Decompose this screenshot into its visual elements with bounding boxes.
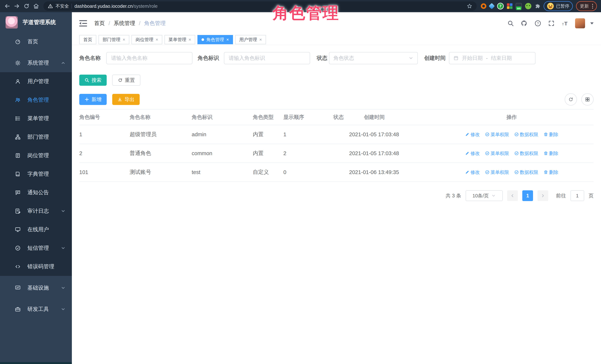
role-name-label: 角色名称 bbox=[79, 54, 101, 62]
delete-link[interactable]: 删除 bbox=[544, 150, 558, 157]
hamburger-icon[interactable] bbox=[79, 20, 87, 27]
filter-form: 角色名称 角色标识 状态 角色状态 创建时间 开始日期 - 结束日期 bbox=[79, 52, 594, 64]
row-actions: 修改 菜单权限 数据权限 删除 bbox=[463, 131, 594, 138]
sidebar-item-posts[interactable]: 岗位管理 bbox=[0, 146, 72, 165]
switch-extension-icon[interactable]: on bbox=[516, 3, 522, 9]
browser-home-button[interactable] bbox=[32, 2, 40, 10]
status-label: 状态 bbox=[317, 54, 327, 62]
browser-back-button[interactable] bbox=[3, 2, 11, 10]
search-icon[interactable] bbox=[507, 20, 514, 27]
action-label: 修改 bbox=[471, 169, 480, 175]
cell-role-type: 内置 bbox=[253, 144, 283, 163]
help-glyph: ? bbox=[537, 21, 539, 25]
browser-update-pill[interactable]: 更新 bbox=[576, 1, 597, 11]
sidebar-item-roles[interactable]: 角色管理 bbox=[0, 91, 72, 109]
sidebar-item-notices[interactable]: 通知公告 bbox=[0, 183, 72, 202]
edit-link[interactable]: 修改 bbox=[465, 150, 480, 157]
data-permission-link[interactable]: 数据权限 bbox=[514, 169, 538, 175]
status-select[interactable]: 角色状态 bbox=[329, 52, 418, 64]
chevron-down-icon[interactable] bbox=[590, 22, 594, 24]
github-icon[interactable] bbox=[521, 20, 528, 27]
action-label: 菜单权限 bbox=[491, 131, 509, 138]
close-icon[interactable]: × bbox=[226, 37, 229, 42]
close-icon[interactable]: × bbox=[156, 37, 158, 42]
color-grid-extension-icon[interactable] bbox=[507, 3, 512, 9]
sidebar-item-online-users[interactable]: 在线用户 bbox=[0, 220, 72, 239]
action-label: 菜单权限 bbox=[491, 150, 509, 157]
sidebar-item-audit-log[interactable]: 审计日志 bbox=[0, 202, 72, 220]
close-icon[interactable]: × bbox=[123, 37, 125, 42]
breadcrumb-home[interactable]: 首页 bbox=[94, 20, 105, 27]
edit-link[interactable]: 修改 bbox=[465, 169, 480, 175]
screenshot-root: 不安全 dashboard.yudao.iocoder.cn/system/ro… bbox=[0, 0, 601, 364]
menu-permission-link[interactable]: 菜单权限 bbox=[485, 169, 509, 175]
chevron-down-icon bbox=[61, 307, 66, 312]
breadcrumb-system[interactable]: 系统管理 bbox=[114, 20, 135, 27]
menu-permission-link[interactable]: 菜单权限 bbox=[485, 150, 509, 157]
tab-home[interactable]: 首页 bbox=[79, 35, 96, 44]
delete-link[interactable]: 删除 bbox=[544, 169, 558, 175]
paused-label: 已暂停 bbox=[556, 3, 569, 9]
data-permission-link[interactable]: 数据权限 bbox=[514, 150, 538, 157]
sidebar-item-sms[interactable]: 短信管理 bbox=[0, 239, 72, 257]
sidebar-item-system[interactable]: 系统管理 bbox=[0, 54, 72, 72]
cell-role-key: test bbox=[192, 163, 253, 182]
tab-menus[interactable]: 菜单管理× bbox=[164, 35, 195, 44]
blue-gem-extension-icon[interactable] bbox=[489, 3, 495, 9]
sidebar-item-error-codes[interactable]: 错误码管理 bbox=[0, 257, 72, 276]
next-page-button[interactable] bbox=[538, 190, 548, 201]
url-bar[interactable]: 不安全 dashboard.yudao.iocoder.cn/system/ro… bbox=[43, 1, 477, 11]
app-logo-row[interactable]: 芋道管理系统 bbox=[0, 12, 72, 32]
browser-reload-button[interactable] bbox=[22, 2, 31, 10]
sidebar-item-dev-tools[interactable]: 研发工具 bbox=[0, 300, 72, 318]
reset-button[interactable]: 重置 bbox=[112, 75, 140, 86]
sidebar-item-departments[interactable]: 部门管理 bbox=[0, 128, 72, 146]
tab-posts[interactable]: 岗位管理× bbox=[131, 35, 162, 44]
sidebar-item-users[interactable]: 用户管理 bbox=[0, 72, 72, 91]
search-button-label: 搜索 bbox=[91, 77, 101, 83]
bookmark-star-button[interactable] bbox=[467, 3, 472, 9]
action-label: 删除 bbox=[549, 169, 558, 175]
menu-permission-link[interactable]: 菜单权限 bbox=[485, 131, 509, 138]
edit-link[interactable]: 修改 bbox=[465, 131, 480, 138]
user-avatar[interactable] bbox=[575, 18, 585, 28]
sidebar-item-infrastructure[interactable]: 基础设施 bbox=[0, 279, 72, 297]
tab-roles[interactable]: 角色管理× bbox=[197, 35, 233, 44]
tab-users[interactable]: 用户管理× bbox=[235, 35, 266, 44]
sidebar-item-menus[interactable]: 菜单管理 bbox=[0, 109, 72, 128]
table-tools bbox=[565, 93, 594, 106]
goto-page-input[interactable] bbox=[571, 190, 584, 201]
security-warning-label[interactable]: 不安全 bbox=[56, 3, 69, 9]
text-size-icon[interactable]: TT bbox=[561, 20, 568, 27]
puzzle-extensions-icon[interactable] bbox=[534, 3, 541, 9]
sidebar-item-home[interactable]: 首页 bbox=[0, 32, 72, 51]
data-permission-link[interactable]: 数据权限 bbox=[514, 131, 538, 138]
delete-link[interactable]: 删除 bbox=[544, 131, 558, 138]
page-size-select[interactable]: 10条/页 bbox=[466, 190, 503, 201]
search-button[interactable]: 搜索 bbox=[79, 75, 107, 86]
sidebar-item-dictionary[interactable]: 字典管理 bbox=[0, 165, 72, 183]
profile-paused-pill[interactable]: 已暂停 bbox=[544, 1, 573, 11]
help-icon[interactable]: ? bbox=[534, 20, 541, 27]
export-button[interactable]: 导出 bbox=[112, 94, 140, 105]
orange-ring-extension-icon[interactable] bbox=[481, 3, 486, 9]
tab-departments[interactable]: 部门管理× bbox=[99, 35, 129, 44]
role-key-input[interactable] bbox=[224, 52, 310, 64]
role-name-input[interactable] bbox=[106, 52, 192, 64]
add-button[interactable]: 新增 bbox=[79, 94, 107, 105]
browser-forward-button[interactable] bbox=[13, 2, 21, 10]
page-1-button[interactable]: 1 bbox=[522, 190, 533, 201]
column-settings-button[interactable] bbox=[581, 93, 594, 106]
close-icon[interactable]: × bbox=[259, 37, 262, 42]
fullscreen-icon[interactable] bbox=[548, 20, 555, 27]
kebab-menu-icon[interactable] bbox=[592, 4, 593, 9]
prev-page-button[interactable] bbox=[507, 190, 518, 201]
date-range-picker[interactable]: 开始日期 - 结束日期 bbox=[449, 52, 535, 64]
refresh-table-button[interactable] bbox=[565, 93, 577, 106]
green-circle-extension-icon[interactable]: 7 bbox=[497, 3, 504, 10]
cell-role-name: 测试账号 bbox=[130, 163, 192, 182]
close-icon[interactable]: × bbox=[189, 37, 191, 42]
search-icon bbox=[84, 78, 89, 83]
toolbox-icon bbox=[15, 306, 21, 312]
monkey-extension-icon[interactable] bbox=[525, 3, 531, 9]
